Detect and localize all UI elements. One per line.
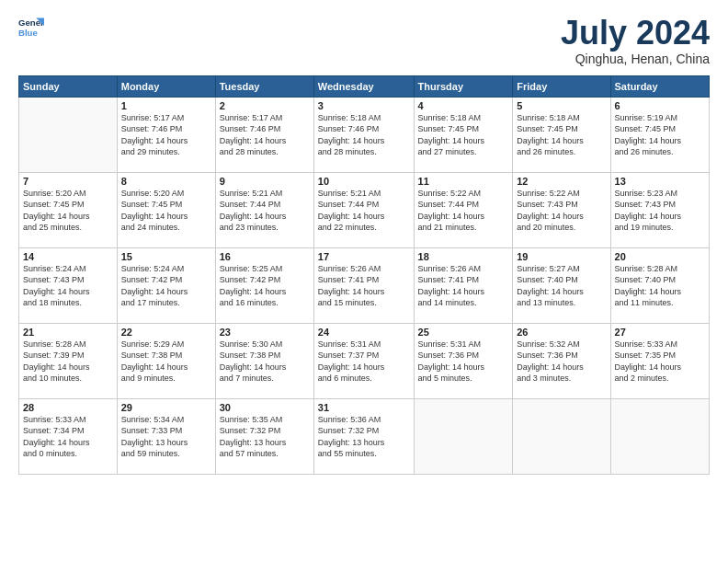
calendar-cell xyxy=(610,398,709,474)
header: General Blue July 2024 Qinghua, Henan, C… xyxy=(18,15,710,66)
day-info: Sunrise: 5:22 AMSunset: 7:44 PMDaylight:… xyxy=(418,188,509,234)
day-number: 12 xyxy=(517,176,606,187)
day-number: 1 xyxy=(121,100,211,111)
day-info: Sunrise: 5:24 AMSunset: 7:43 PMDaylight:… xyxy=(23,263,113,309)
day-number: 3 xyxy=(318,100,410,111)
day-number: 25 xyxy=(418,327,509,338)
day-info: Sunrise: 5:22 AMSunset: 7:43 PMDaylight:… xyxy=(517,188,606,234)
day-number: 29 xyxy=(121,402,211,413)
day-number: 15 xyxy=(121,251,211,262)
day-number: 23 xyxy=(220,327,310,338)
col-header-tuesday: Tuesday xyxy=(215,75,313,97)
calendar-cell: 19Sunrise: 5:27 AMSunset: 7:40 PMDayligh… xyxy=(513,247,610,323)
day-number: 5 xyxy=(517,100,606,111)
day-info: Sunrise: 5:31 AMSunset: 7:37 PMDaylight:… xyxy=(318,339,410,385)
calendar-cell: 24Sunrise: 5:31 AMSunset: 7:37 PMDayligh… xyxy=(313,323,414,398)
calendar-cell: 16Sunrise: 5:25 AMSunset: 7:42 PMDayligh… xyxy=(215,247,313,323)
calendar-cell: 8Sunrise: 5:20 AMSunset: 7:45 PMDaylight… xyxy=(117,172,215,247)
day-info: Sunrise: 5:33 AMSunset: 7:35 PMDaylight:… xyxy=(615,339,705,385)
day-number: 8 xyxy=(121,176,211,187)
svg-text:Blue: Blue xyxy=(18,28,38,38)
calendar-cell: 6Sunrise: 5:19 AMSunset: 7:45 PMDaylight… xyxy=(610,97,709,172)
page: General Blue July 2024 Qinghua, Henan, C… xyxy=(0,0,728,563)
day-number: 31 xyxy=(318,402,410,413)
calendar-cell: 26Sunrise: 5:32 AMSunset: 7:36 PMDayligh… xyxy=(513,323,610,398)
day-number: 4 xyxy=(418,100,509,111)
col-header-monday: Monday xyxy=(117,75,215,97)
col-header-sunday: Sunday xyxy=(19,75,118,97)
calendar-cell xyxy=(414,398,513,474)
calendar-cell: 4Sunrise: 5:18 AMSunset: 7:45 PMDaylight… xyxy=(414,97,513,172)
calendar-cell: 2Sunrise: 5:17 AMSunset: 7:46 PMDaylight… xyxy=(215,97,313,172)
calendar-cell: 21Sunrise: 5:28 AMSunset: 7:39 PMDayligh… xyxy=(19,323,118,398)
day-info: Sunrise: 5:19 AMSunset: 7:45 PMDaylight:… xyxy=(615,112,705,158)
day-number: 22 xyxy=(121,327,211,338)
day-number: 10 xyxy=(318,176,410,187)
day-info: Sunrise: 5:29 AMSunset: 7:38 PMDaylight:… xyxy=(121,339,211,385)
day-info: Sunrise: 5:28 AMSunset: 7:40 PMDaylight:… xyxy=(615,263,705,309)
calendar-cell: 11Sunrise: 5:22 AMSunset: 7:44 PMDayligh… xyxy=(414,172,513,247)
col-header-wednesday: Wednesday xyxy=(313,75,414,97)
day-number: 21 xyxy=(23,327,113,338)
day-info: Sunrise: 5:25 AMSunset: 7:42 PMDaylight:… xyxy=(220,263,310,309)
calendar-week-2: 7Sunrise: 5:20 AMSunset: 7:45 PMDaylight… xyxy=(19,172,710,247)
day-info: Sunrise: 5:21 AMSunset: 7:44 PMDaylight:… xyxy=(318,188,410,234)
calendar-week-3: 14Sunrise: 5:24 AMSunset: 7:43 PMDayligh… xyxy=(19,247,710,323)
day-info: Sunrise: 5:26 AMSunset: 7:41 PMDaylight:… xyxy=(418,263,509,309)
logo-icon: General Blue xyxy=(18,15,44,40)
day-info: Sunrise: 5:33 AMSunset: 7:34 PMDaylight:… xyxy=(23,414,113,460)
day-info: Sunrise: 5:18 AMSunset: 7:45 PMDaylight:… xyxy=(418,112,509,158)
col-header-thursday: Thursday xyxy=(414,75,513,97)
day-info: Sunrise: 5:21 AMSunset: 7:44 PMDaylight:… xyxy=(220,188,310,234)
day-info: Sunrise: 5:18 AMSunset: 7:46 PMDaylight:… xyxy=(318,112,410,158)
subtitle: Qinghua, Henan, China xyxy=(561,52,710,66)
day-number: 16 xyxy=(220,251,310,262)
calendar-cell: 28Sunrise: 5:33 AMSunset: 7:34 PMDayligh… xyxy=(19,398,118,474)
calendar-cell: 31Sunrise: 5:36 AMSunset: 7:32 PMDayligh… xyxy=(313,398,414,474)
calendar-cell: 13Sunrise: 5:23 AMSunset: 7:43 PMDayligh… xyxy=(610,172,709,247)
calendar-cell: 1Sunrise: 5:17 AMSunset: 7:46 PMDaylight… xyxy=(117,97,215,172)
day-info: Sunrise: 5:31 AMSunset: 7:36 PMDaylight:… xyxy=(418,339,509,385)
day-number: 26 xyxy=(517,327,606,338)
calendar-cell: 17Sunrise: 5:26 AMSunset: 7:41 PMDayligh… xyxy=(313,247,414,323)
day-info: Sunrise: 5:27 AMSunset: 7:40 PMDaylight:… xyxy=(517,263,606,309)
calendar-cell xyxy=(513,398,610,474)
calendar-cell: 30Sunrise: 5:35 AMSunset: 7:32 PMDayligh… xyxy=(215,398,313,474)
day-number: 24 xyxy=(318,327,410,338)
day-info: Sunrise: 5:24 AMSunset: 7:42 PMDaylight:… xyxy=(121,263,211,309)
day-info: Sunrise: 5:28 AMSunset: 7:39 PMDaylight:… xyxy=(23,339,113,385)
day-info: Sunrise: 5:18 AMSunset: 7:45 PMDaylight:… xyxy=(517,112,606,158)
calendar-cell: 3Sunrise: 5:18 AMSunset: 7:46 PMDaylight… xyxy=(313,97,414,172)
col-header-saturday: Saturday xyxy=(610,75,709,97)
month-title: July 2024 xyxy=(561,15,710,52)
day-number: 20 xyxy=(615,251,705,262)
calendar-cell: 18Sunrise: 5:26 AMSunset: 7:41 PMDayligh… xyxy=(414,247,513,323)
calendar-cell: 23Sunrise: 5:30 AMSunset: 7:38 PMDayligh… xyxy=(215,323,313,398)
day-info: Sunrise: 5:34 AMSunset: 7:33 PMDaylight:… xyxy=(121,414,211,460)
day-number: 28 xyxy=(23,402,113,413)
day-number: 7 xyxy=(23,176,113,187)
day-number: 27 xyxy=(615,327,705,338)
calendar-cell: 5Sunrise: 5:18 AMSunset: 7:45 PMDaylight… xyxy=(513,97,610,172)
logo: General Blue xyxy=(18,15,44,40)
day-number: 30 xyxy=(220,402,310,413)
calendar-cell: 14Sunrise: 5:24 AMSunset: 7:43 PMDayligh… xyxy=(19,247,118,323)
day-number: 17 xyxy=(318,251,410,262)
calendar-week-5: 28Sunrise: 5:33 AMSunset: 7:34 PMDayligh… xyxy=(19,398,710,474)
day-info: Sunrise: 5:26 AMSunset: 7:41 PMDaylight:… xyxy=(318,263,410,309)
day-info: Sunrise: 5:17 AMSunset: 7:46 PMDaylight:… xyxy=(220,112,310,158)
day-info: Sunrise: 5:20 AMSunset: 7:45 PMDaylight:… xyxy=(23,188,113,234)
day-number: 2 xyxy=(220,100,310,111)
day-info: Sunrise: 5:17 AMSunset: 7:46 PMDaylight:… xyxy=(121,112,211,158)
calendar-cell: 25Sunrise: 5:31 AMSunset: 7:36 PMDayligh… xyxy=(414,323,513,398)
calendar-cell: 7Sunrise: 5:20 AMSunset: 7:45 PMDaylight… xyxy=(19,172,118,247)
day-info: Sunrise: 5:20 AMSunset: 7:45 PMDaylight:… xyxy=(121,188,211,234)
title-block: July 2024 Qinghua, Henan, China xyxy=(561,15,710,66)
calendar-cell: 10Sunrise: 5:21 AMSunset: 7:44 PMDayligh… xyxy=(313,172,414,247)
day-number: 11 xyxy=(418,176,509,187)
day-number: 13 xyxy=(615,176,705,187)
calendar-cell: 29Sunrise: 5:34 AMSunset: 7:33 PMDayligh… xyxy=(117,398,215,474)
calendar-cell: 27Sunrise: 5:33 AMSunset: 7:35 PMDayligh… xyxy=(610,323,709,398)
day-number: 14 xyxy=(23,251,113,262)
day-info: Sunrise: 5:23 AMSunset: 7:43 PMDaylight:… xyxy=(615,188,705,234)
